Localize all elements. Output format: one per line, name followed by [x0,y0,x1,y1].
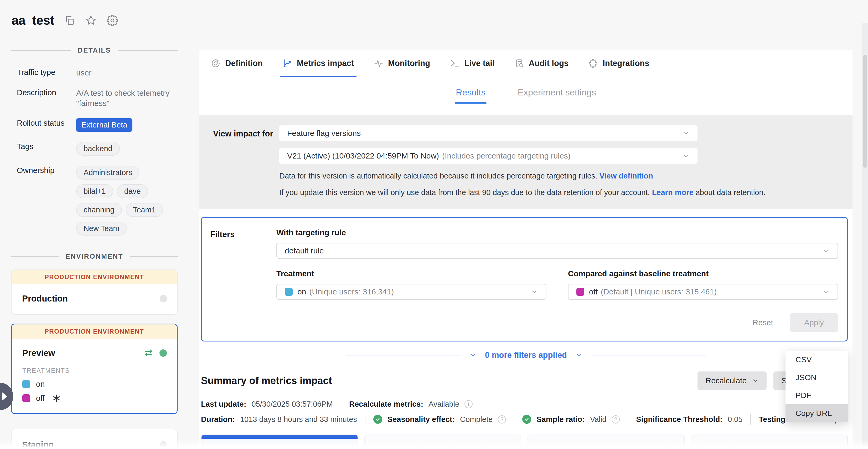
terminal-icon [450,59,460,68]
share-menu-item-json[interactable]: JSON [785,368,848,386]
tab-metrics-impact[interactable]: Metrics impact [282,50,355,77]
tab-live-tail[interactable]: Live tail [449,50,495,77]
more-filters-link[interactable]: 0 more filters applied [485,351,567,360]
treatment-color-off [577,288,584,296]
subtab-experiment-settings[interactable]: Experiment settings [518,87,596,104]
share-menu-item-csv[interactable]: CSV [785,351,848,368]
owner-pill[interactable]: Administrators [76,166,140,180]
card-inconclusive[interactable]: Inconclusive 4 [691,435,848,449]
tags-label: Tags [11,142,74,151]
status-dot-gray [160,295,167,302]
check-circle-icon [522,415,531,424]
view-definition-link[interactable]: View definition [599,172,653,180]
environment-card-production[interactable]: PRODUCTION ENVIRONMENT Production [11,269,178,315]
tab-monitoring[interactable]: Monitoring [373,50,431,77]
chevron-down-icon[interactable] [470,352,476,359]
subtab-results[interactable]: Results [456,87,486,104]
card-label: All metrics [213,447,346,449]
summary-meta-row-1: Last update: 05/30/2025 03:57:06PM Recal… [201,399,852,409]
duration-value: 1013 days 8 hours and 33 minutes [240,415,357,424]
info-icon[interactable]: i [464,400,473,408]
owner-pill[interactable]: bilal+1 [76,184,113,198]
copy-icon[interactable] [64,15,75,26]
check-circle-icon [373,415,382,424]
environment-card-preview[interactable]: PRODUCTION ENVIRONMENT Preview TREATMENT… [11,324,178,414]
owner-pill[interactable]: dave [117,184,148,198]
baseline-suffix: (Default | Unique users: 315,461) [601,287,717,296]
treatment-suffix: (Unique users: 316,341) [309,287,394,296]
impact-scope-dropdown[interactable]: Feature flag versions [279,125,698,141]
seasonality-value: Complete [460,415,493,424]
treatment-color-on [22,380,30,388]
share-menu-item-copy-url[interactable]: Copy URL [785,404,848,422]
treatment-color-on [285,288,293,296]
baseline-treatment-dropdown[interactable]: off (Default | Unique users: 315,461) [568,284,838,300]
description-label: Description [11,88,74,97]
recalculate-metrics-value: Available [429,400,459,409]
description-value: A/A test to check telemetry "fairness" [76,88,178,108]
treatment-dropdown[interactable]: on (Unique users: 316,341) [276,284,547,300]
last-update-label: Last update: [201,400,246,409]
chevron-down-icon [822,288,830,296]
filters-box: Filters With targeting rule default rule… [201,217,848,341]
details-grid: Traffic type user Description A/A test t… [11,67,178,236]
sample-ratio-label: Sample ratio: [536,415,585,424]
card-label: Inconclusive [703,447,836,449]
page-title: aa_test [11,13,54,28]
scrollbar-thumb[interactable] [863,55,867,168]
puzzle-icon [588,59,598,68]
treatments-heading: TREATMENTS [22,367,167,375]
tab-audit-logs[interactable]: Audit logs [514,50,570,77]
status-dot-green [159,349,167,357]
owner-pill[interactable]: New Team [76,221,127,236]
owner-pill[interactable]: channing [76,203,122,217]
significance-threshold-value: 0.05 [728,415,742,424]
tab-integrations[interactable]: Integrations [587,50,650,77]
traffic-type-value: user [76,67,178,78]
tab-label: Integrations [603,59,649,68]
ownership-pills: Administrators bilal+1 dave channing Tea… [76,166,178,236]
scrollbar-track[interactable] [862,23,868,449]
tab-definition[interactable]: Definition [210,50,264,77]
card-desired-impact[interactable]: Desired impact 0 [364,435,522,449]
treatment-row-off: off [22,394,167,403]
reset-button[interactable]: Reset [748,316,777,330]
recalculate-button[interactable]: Recalculate [698,371,767,390]
targeting-rule-value: default rule [285,246,324,255]
targeting-rule-dropdown[interactable]: default rule [276,243,838,259]
significance-threshold-label: Significance Threshold: [636,415,722,424]
tab-label: Monitoring [388,59,430,68]
sidebar: DETAILS Traffic type user Description A/… [11,46,178,449]
details-section-header: DETAILS [11,46,178,54]
subtabs: Results Experiment settings [199,87,852,104]
pulse-icon [374,59,383,68]
treatment-row-on: on [22,380,167,389]
targeting-rule-label: With targeting rule [276,228,838,237]
chevron-down-icon[interactable] [575,352,582,359]
chevron-down-icon [682,152,690,159]
treatment-label: Treatment [276,269,547,278]
more-filters-row: 0 more filters applied [199,351,852,360]
version-dropdown[interactable]: V21 (Active) (10/03/2022 04:59PM To Now)… [279,148,698,164]
share-menu-item-pdf[interactable]: PDF [785,386,848,404]
default-treatment-asterisk-icon [52,394,61,403]
environment-name: Staging [22,440,160,449]
learn-more-link[interactable]: Learn more [652,188,693,197]
question-icon[interactable]: ? [498,415,506,423]
main-panel: Definition Metrics impact Monitoring Liv… [199,50,852,449]
tab-label: Live tail [464,59,494,68]
owner-pill[interactable]: Team1 [126,203,163,217]
document-search-icon [515,59,524,68]
environment-card-staging[interactable]: Staging [11,429,178,449]
apply-button[interactable]: Apply [790,313,838,332]
rollout-status-badge[interactable]: External Beta [76,118,132,132]
chevron-down-icon [822,247,830,255]
version-value: V21 (Active) (10/03/2022 04:59PM To Now) [287,151,439,160]
question-icon[interactable]: ? [612,415,620,423]
card-all-metrics[interactable]: All metrics 12 [201,435,358,449]
gear-icon[interactable] [107,15,118,26]
star-icon[interactable] [85,15,97,26]
tag-pill[interactable]: backend [76,142,120,156]
chevron-down-icon [531,288,538,296]
card-undesired-impact[interactable]: Undesired impact 0 [528,435,685,449]
